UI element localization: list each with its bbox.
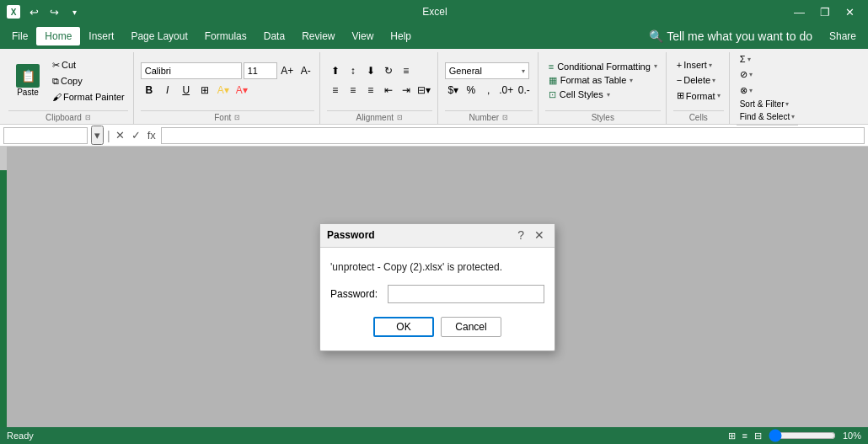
search-area: 🔍 Tell me what you want to do [640, 29, 821, 43]
conditional-formatting-label: Conditional Formatting [557, 62, 651, 72]
align-middle-button[interactable]: ↕ [345, 62, 362, 79]
menu-help[interactable]: Help [382, 27, 420, 45]
copy-icon: ⧉ [52, 76, 59, 87]
cancel-formula-button[interactable]: ✕ [114, 127, 126, 143]
formula-expand-icon[interactable]: ▾ [91, 126, 104, 145]
maximize-button[interactable]: ❐ [813, 4, 837, 20]
decrease-decimal-button[interactable]: 0.- [516, 82, 533, 99]
password-input[interactable] [388, 285, 544, 303]
align-left-button[interactable]: ≡ [327, 82, 344, 99]
decrease-font-button[interactable]: A- [297, 62, 314, 79]
find-select-button[interactable]: Find & Select ▾ [737, 110, 798, 123]
copy-button[interactable]: ⧉ Copy [49, 74, 128, 88]
zoom-level: 10% [843, 431, 861, 441]
excel-icon: X [7, 5, 20, 19]
menu-home[interactable]: Home [36, 27, 80, 45]
format-arrow-icon: ▾ [717, 92, 721, 99]
conditional-formatting-button[interactable]: ≡ Conditional Formatting ▾ [545, 61, 661, 72]
merge-center-button[interactable]: ⊟▾ [415, 82, 432, 99]
fill-color-button[interactable]: A▾ [215, 82, 232, 99]
wrap-text-button[interactable]: ≡ [398, 62, 415, 79]
ok-button[interactable]: OK [373, 317, 434, 337]
dialog-close-button[interactable]: ✕ [531, 227, 548, 243]
undo-button[interactable]: ↩ [25, 3, 42, 20]
name-box-input[interactable] [3, 127, 88, 144]
italic-button[interactable]: I [159, 82, 176, 99]
font-size-input[interactable] [244, 62, 277, 79]
cells-group: + Insert ▾ − Delete ▾ ⊞ Format ▾ Cells [668, 52, 730, 124]
normal-view-icon[interactable]: ⊞ [728, 431, 736, 441]
decrease-indent-button[interactable]: ⇤ [380, 82, 397, 99]
workspace: Password ? ✕ 'unprotect - Copy (2).xlsx'… [0, 147, 868, 427]
sort-filter-button[interactable]: Sort & Filter ▾ [737, 98, 798, 110]
number-format-dropdown[interactable]: General ▾ [445, 62, 529, 79]
clipboard-group: 📋 Paste ✂ Cut ⧉ Copy 🖌 Format Painter C [3, 52, 134, 124]
menu-file[interactable]: File [3, 27, 36, 45]
font-color-button[interactable]: A▾ [233, 82, 250, 99]
fill-arrow-icon: ▾ [749, 71, 753, 78]
cell-styles-label: Cell Styles [560, 89, 603, 99]
currency-button[interactable]: $▾ [445, 82, 462, 99]
align-bottom-button[interactable]: ⬇ [362, 62, 379, 79]
styles-group: ≡ Conditional Formatting ▾ ▦ Format as T… [540, 52, 667, 124]
menu-review[interactable]: Review [293, 27, 343, 45]
align-right-button[interactable]: ≡ [362, 82, 379, 99]
format-painter-button[interactable]: 🖌 Format Painter [49, 90, 128, 104]
close-button[interactable]: ✕ [839, 4, 861, 20]
menu-formulas[interactable]: Formulas [196, 27, 255, 45]
format-button[interactable]: ⊞ Format ▾ [673, 88, 724, 103]
fill-icon: ⊘ [740, 69, 747, 80]
comma-button[interactable]: , [480, 82, 497, 99]
page-break-view-icon[interactable]: ⊟ [754, 431, 762, 441]
formula-input[interactable] [161, 127, 865, 144]
clear-button[interactable]: ⊗ ▾ [737, 83, 756, 98]
paste-button[interactable]: 📋 Paste [8, 60, 47, 101]
find-select-label: Find & Select [740, 112, 790, 121]
clear-arrow-icon: ▾ [749, 87, 753, 94]
text-direction-button[interactable]: ↻ [380, 62, 397, 79]
title-bar-left: X ↩ ↪ ▾ [7, 3, 83, 20]
cancel-button[interactable]: Cancel [441, 317, 501, 337]
number-expand-icon[interactable]: ⊡ [502, 114, 508, 121]
align-top-button[interactable]: ⬆ [327, 62, 344, 79]
format-as-table-button[interactable]: ▦ Format as Table ▾ [545, 74, 637, 87]
borders-button[interactable]: ⊞ [196, 82, 213, 99]
qs-dropdown-button[interactable]: ▾ [66, 3, 83, 20]
clipboard-expand-icon[interactable]: ⊡ [85, 114, 91, 121]
font-expand-icon[interactable]: ⊡ [234, 114, 240, 121]
menu-view[interactable]: View [344, 27, 383, 45]
align-center-button[interactable]: ≡ [345, 82, 362, 99]
font-name-input[interactable] [141, 62, 242, 79]
ribbon-toolbar: 📋 Paste ✂ Cut ⧉ Copy 🖌 Format Painter C [0, 49, 868, 125]
increase-indent-button[interactable]: ⇥ [398, 82, 415, 99]
cut-button[interactable]: ✂ Cut [49, 58, 128, 72]
alignment-expand-icon[interactable]: ⊡ [397, 114, 403, 121]
dialog-help-button[interactable]: ? [514, 227, 528, 243]
minimize-button[interactable]: — [787, 4, 812, 20]
menu-data[interactable]: Data [255, 27, 293, 45]
menu-bar: File Home Insert Page Layout Formulas Da… [0, 24, 868, 49]
bold-button[interactable]: B [141, 82, 158, 99]
cells-label: Cells [689, 113, 708, 122]
increase-decimal-button[interactable]: .0+ [498, 82, 515, 99]
percent-button[interactable]: % [463, 82, 480, 99]
dialog-message: 'unprotect - Copy (2).xlsx' is protected… [330, 261, 544, 273]
underline-button[interactable]: U [178, 82, 195, 99]
insert-function-button[interactable]: fx [146, 127, 158, 143]
alignment-group: ⬆ ↕ ⬇ ↻ ≡ ≡ ≡ ≡ ⇤ ⇥ ⊟▾ Alignment ⊡ [322, 52, 438, 124]
page-layout-view-icon[interactable]: ≡ [742, 431, 747, 441]
paste-icon: 📋 [16, 64, 40, 88]
share-button[interactable]: Share [821, 27, 865, 45]
zoom-slider[interactable] [769, 429, 836, 442]
cell-styles-button[interactable]: ⊡ Cell Styles ▾ [545, 88, 613, 101]
confirm-formula-button[interactable]: ✓ [130, 127, 142, 143]
delete-arrow-icon: ▾ [712, 77, 715, 84]
menu-page-layout[interactable]: Page Layout [122, 27, 196, 45]
fill-button[interactable]: ⊘ ▾ [737, 67, 756, 82]
delete-button[interactable]: − Delete ▾ [673, 73, 719, 87]
menu-insert[interactable]: Insert [80, 27, 122, 45]
increase-font-button[interactable]: A+ [279, 62, 296, 79]
insert-button[interactable]: + Insert ▾ [673, 58, 715, 72]
redo-button[interactable]: ↪ [46, 3, 62, 20]
sum-button[interactable]: Σ ▾ [737, 52, 754, 66]
